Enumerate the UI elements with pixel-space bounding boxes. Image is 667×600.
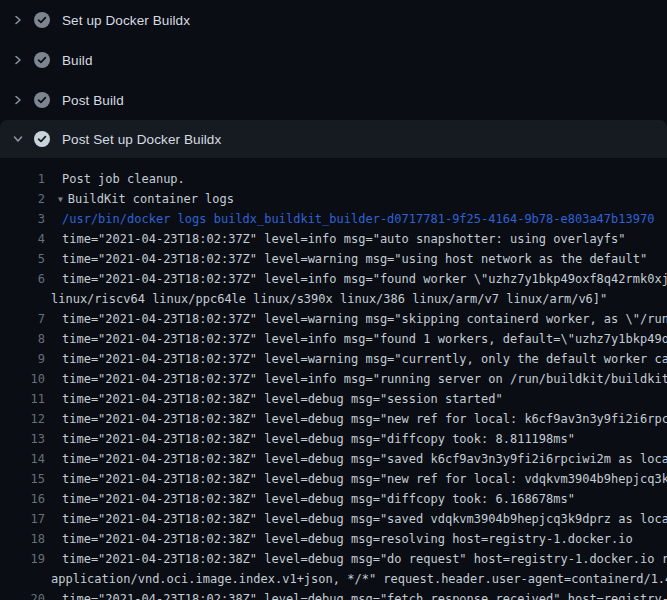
- log-line-number[interactable]: 1: [0, 169, 45, 189]
- chevron-right-icon: [12, 94, 24, 106]
- log-line: 6time="2021-04-23T18:02:37Z" level=info …: [0, 269, 667, 289]
- log-line: 17time="2021-04-23T18:02:38Z" level=debu…: [0, 509, 667, 529]
- log-line-text: Post job cleanup.: [45, 169, 185, 189]
- group-caret-icon[interactable]: ▼: [58, 190, 63, 210]
- log-line-number[interactable]: 2: [0, 189, 45, 209]
- log-line: 2▼BuildKit container logs: [0, 189, 667, 209]
- log-line: 7time="2021-04-23T18:02:37Z" level=warni…: [0, 309, 667, 329]
- log-line: 15time="2021-04-23T18:02:38Z" level=debu…: [0, 469, 667, 489]
- log-line-text: time="2021-04-23T18:02:38Z" level=debug …: [45, 549, 667, 569]
- log-line-text: time="2021-04-23T18:02:37Z" level=warnin…: [45, 349, 667, 369]
- log-area: 1Post job cleanup.2▼BuildKit container l…: [0, 158, 667, 600]
- log-line-number[interactable]: 13: [0, 429, 45, 449]
- log-line: 19time="2021-04-23T18:02:38Z" level=debu…: [0, 549, 667, 569]
- log-line-number[interactable]: 20: [0, 589, 45, 600]
- log-line-text: time="2021-04-23T18:02:38Z" level=debug …: [45, 409, 667, 429]
- log-line-number[interactable]: 15: [0, 469, 45, 489]
- log-line: 5time="2021-04-23T18:02:37Z" level=warni…: [0, 249, 667, 269]
- check-circle-icon: [34, 131, 50, 147]
- check-circle-icon: [34, 52, 50, 68]
- step-build[interactable]: Build: [0, 40, 667, 80]
- log-line-text: linux/riscv64 linux/ppc64le linux/s390x …: [45, 289, 607, 309]
- log-line: 3/usr/bin/docker logs buildx_buildkit_bu…: [0, 209, 667, 229]
- step-label: Build: [62, 53, 93, 68]
- log-line-text: time="2021-04-23T18:02:37Z" level=info m…: [45, 329, 667, 349]
- step-post-set-up-docker-buildx[interactable]: Post Set up Docker Buildx: [0, 120, 667, 158]
- log-line-text: application/vnd.oci.image.index.v1+json,…: [45, 569, 667, 589]
- log-line-number[interactable]: 18: [0, 529, 45, 549]
- log-line-text: time="2021-04-23T18:02:37Z" level=info m…: [45, 369, 667, 389]
- group-label[interactable]: BuildKit container logs: [68, 192, 234, 206]
- log-line: 16time="2021-04-23T18:02:38Z" level=debu…: [0, 489, 667, 509]
- log-line-text: time="2021-04-23T18:02:37Z" level=info m…: [45, 229, 626, 249]
- log-line-number[interactable]: 5: [0, 249, 45, 269]
- log-line-number[interactable]: 8: [0, 329, 45, 349]
- log-line: 14time="2021-04-23T18:02:38Z" level=debu…: [0, 449, 667, 469]
- log-line-text: time="2021-04-23T18:02:38Z" level=debug …: [45, 489, 575, 509]
- log-line: 10time="2021-04-23T18:02:37Z" level=info…: [0, 369, 667, 389]
- check-circle-icon: [34, 12, 50, 28]
- log-line-text: time="2021-04-23T18:02:38Z" level=debug …: [45, 449, 667, 469]
- step-post-build[interactable]: Post Build: [0, 80, 667, 120]
- log-line-number[interactable]: 17: [0, 509, 45, 529]
- step-set-up-docker-buildx[interactable]: Set up Docker Buildx: [0, 0, 667, 40]
- log-line-text: ▼BuildKit container logs: [45, 189, 234, 209]
- log-line: 12time="2021-04-23T18:02:38Z" level=debu…: [0, 409, 667, 429]
- log-line: 4time="2021-04-23T18:02:37Z" level=info …: [0, 229, 667, 249]
- log-line-number[interactable]: 12: [0, 409, 45, 429]
- check-circle-icon: [34, 92, 50, 108]
- log-line: 13time="2021-04-23T18:02:38Z" level=debu…: [0, 429, 667, 449]
- log-line-number[interactable]: 16: [0, 489, 45, 509]
- log-line-text: time="2021-04-23T18:02:38Z" level=debug …: [45, 389, 503, 409]
- log-line-text: time="2021-04-23T18:02:38Z" level=debug …: [45, 429, 575, 449]
- log-line-text: time="2021-04-23T18:02:37Z" level=warnin…: [45, 249, 647, 269]
- log-line: application/vnd.oci.image.index.v1+json,…: [0, 569, 667, 589]
- log-line: 8time="2021-04-23T18:02:37Z" level=info …: [0, 329, 667, 349]
- log-line: linux/riscv64 linux/ppc64le linux/s390x …: [0, 289, 667, 309]
- log-line-number[interactable]: 14: [0, 449, 45, 469]
- chevron-right-icon: [12, 14, 24, 26]
- log-line-number: [0, 289, 45, 309]
- log-line: 9time="2021-04-23T18:02:37Z" level=warni…: [0, 349, 667, 369]
- workflow-log-panel: Set up Docker Buildx Build Post Build Po…: [0, 0, 667, 600]
- log-line: 1Post job cleanup.: [0, 169, 667, 189]
- log-line: 18time="2021-04-23T18:02:38Z" level=debu…: [0, 529, 667, 549]
- log-line-number[interactable]: 11: [0, 389, 45, 409]
- log-line-number[interactable]: 19: [0, 549, 45, 569]
- log-line-text: time="2021-04-23T18:02:38Z" level=debug …: [45, 529, 633, 549]
- log-line: 11time="2021-04-23T18:02:38Z" level=debu…: [0, 389, 667, 409]
- log-line-number[interactable]: 3: [0, 209, 45, 229]
- log-command-text: /usr/bin/docker logs buildx_buildkit_bui…: [45, 209, 654, 229]
- step-label: Post Build: [62, 93, 124, 108]
- log-line-number[interactable]: 7: [0, 309, 45, 329]
- step-label: Set up Docker Buildx: [62, 13, 190, 28]
- chevron-right-icon: [12, 54, 24, 66]
- log-line-number[interactable]: 10: [0, 369, 45, 389]
- log-line-text: time="2021-04-23T18:02:38Z" level=debug …: [45, 589, 667, 600]
- log-line-text: time="2021-04-23T18:02:38Z" level=debug …: [45, 469, 667, 489]
- log-line-text: time="2021-04-23T18:02:37Z" level=info m…: [45, 269, 667, 289]
- step-label: Post Set up Docker Buildx: [62, 132, 221, 147]
- log-line-number[interactable]: 9: [0, 349, 45, 369]
- log-line-text: time="2021-04-23T18:02:37Z" level=warnin…: [45, 309, 667, 329]
- log-line-text: time="2021-04-23T18:02:38Z" level=debug …: [45, 509, 667, 529]
- log-line-number[interactable]: 4: [0, 229, 45, 249]
- log-line-number: [0, 569, 45, 589]
- log-line: 20time="2021-04-23T18:02:38Z" level=debu…: [0, 589, 667, 600]
- chevron-down-icon: [12, 133, 24, 145]
- log-line-number[interactable]: 6: [0, 269, 45, 289]
